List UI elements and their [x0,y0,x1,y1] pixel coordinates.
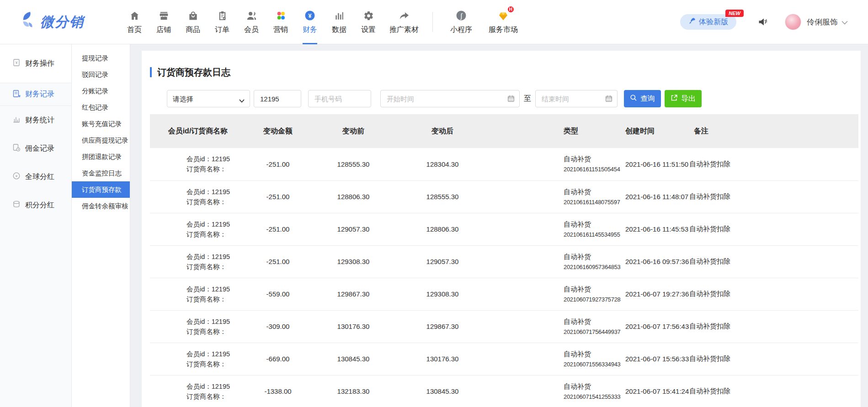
before-cell: 128806.30 [310,180,397,213]
after-cell: 128304.30 [397,148,488,180]
type-name: 自动补货 [564,186,616,197]
end-time-input[interactable] [535,90,618,107]
points-dividend-icon [12,200,25,210]
after-cell: 129057.30 [397,245,488,278]
account-menu[interactable]: 伶俐服饰 [785,14,848,30]
nav-item-data[interactable]: 数据 [325,0,354,44]
remark-cell: 自动补货扣除 [689,278,858,310]
submenu-item-fund-monitor-log[interactable]: 资金监控日志 [72,165,130,181]
type-name: 自动补货 [564,284,616,294]
sidebar-item-finance-record[interactable]: ¥ 财务记录 [0,83,71,106]
svg-text:¥: ¥ [18,94,21,98]
data-icon [334,10,345,22]
export-button[interactable]: 导出 [665,90,702,107]
submenu-item-commission-to-balance-audit[interactable]: 佣金转余额审核 [72,198,130,214]
nav-item-marketing[interactable]: 营销 [266,0,295,44]
sidebar-item-points-dividend[interactable]: 积分分红 [0,191,71,219]
after-cell: 129308.30 [397,278,488,310]
announcement-speaker-icon[interactable] [757,16,769,27]
type-name: 自动补货 [564,381,616,391]
brand-logo-icon [19,11,37,33]
created-cell: 2021-06-16 09:57:36 [616,245,689,278]
submenu-item-groupbuy-refund-record[interactable]: 拼团退款记录 [72,148,130,165]
member-id-input[interactable] [254,90,301,107]
nav-item-goods[interactable]: 商品 [178,0,208,44]
table-row: 会员id：12195 订货商名称： -251.00 128555.30 1283… [150,148,858,180]
type-select[interactable]: 请选择 [167,90,250,107]
member-id-label: 会员id： [186,221,212,228]
after-cell: 129867.30 [397,310,488,343]
start-time-input[interactable] [380,90,520,107]
type-number: 202106161151505454 [564,164,616,174]
service-market-badge: H [508,6,514,12]
topbar-right: 体验新版 NEW 伶俐服饰 [680,14,848,30]
table-row: 会员id：12195 订货商名称： -309.00 130176.30 1298… [150,310,858,343]
submenu-item-withdraw-record[interactable]: 提现记录 [72,50,130,66]
nav-item-service-market[interactable]: H 服务市场 [482,0,524,44]
submenu-item-split-record[interactable]: 分账记录 [72,83,130,99]
sidebar-item-finance-operation[interactable]: ¥ 财务操作 [0,44,71,83]
shop-icon [159,10,169,22]
after-cell: 130176.30 [397,343,488,375]
remark-cell: 自动补货扣除 [689,310,858,343]
service-market-icon: H [497,10,509,22]
submenu-item-supplier-prepaid[interactable]: 订货商预存款 [72,181,130,198]
nav-item-members[interactable]: 会员 [237,0,266,44]
phone-input[interactable] [308,90,371,107]
remark-cell: 自动补货扣除 [689,343,858,375]
supplier-name-label: 订货商名称： [186,263,226,270]
settings-icon [363,10,374,22]
to-label: 至 [524,94,531,104]
member-id-value: 12195 [212,188,230,196]
table-row: 会员id：12195 订货商名称： -251.00 128806.30 1285… [150,180,858,213]
submenu-item-supplier-withdraw-record[interactable]: 供应商提现记录 [72,132,130,148]
search-button[interactable]: 查询 [624,90,661,107]
before-cell: 128555.30 [310,148,397,180]
content-card: 订货商预存款日志 请选择 至 [142,51,861,407]
nav-item-miniprogram[interactable]: ∫ 小程序 [440,0,482,44]
svg-text:¥: ¥ [15,60,18,65]
member-id-label: 会员id： [186,253,212,260]
remark-cell: 自动补货扣除 [689,213,858,245]
col-amount: 变动金额 [246,114,310,148]
goods-icon [188,10,198,22]
members-icon [246,10,257,22]
global-dividend-icon: ¥ [12,172,25,182]
before-cell: 129057.30 [310,213,397,245]
after-cell: 128806.30 [397,213,488,245]
filter-bar: 请选择 至 查询 [167,90,858,107]
brand-name: 微分销 [40,13,84,32]
submenu-item-account-recharge-record[interactable]: 账号充值记录 [72,116,130,132]
type-number: 202106161148075597 [564,197,616,207]
member-id-label: 会员id： [186,350,212,358]
before-cell: 130176.30 [310,310,397,343]
topbar: 微分销 首页 店铺 商品 订单 会员 营销 ¥ 财务 [0,0,868,44]
nav-item-home[interactable]: 首页 [120,0,149,44]
svg-text:¥: ¥ [15,174,18,178]
sidebar-item-commission-record[interactable]: 佣金记录 [0,134,71,163]
before-cell: 132183.30 [310,375,397,407]
sidebar-item-finance-stats[interactable]: 财务统计 [0,106,71,134]
brand-logo[interactable]: 微分销 [19,11,106,33]
sidebar-item-global-dividend[interactable]: ¥ 全球分红 [0,163,71,191]
type-number: 202106071556334943 [564,359,616,370]
submenu-item-redpacket-record[interactable]: 红包记录 [72,99,130,116]
nav-item-shop[interactable]: 店铺 [149,0,178,44]
type-name: 自动补货 [564,349,616,359]
try-new-version-button[interactable]: 体验新版 NEW [680,14,736,30]
table-row: 会员id：12195 订货商名称： -1338.00 132183.30 130… [150,375,858,407]
created-cell: 2021-06-07 15:56:33 [616,343,689,375]
member-id-value: 12195 [212,383,230,390]
amount-cell: -251.00 [246,213,310,245]
nav-item-orders[interactable]: 订单 [208,0,237,44]
type-number: 202106071927375728 [564,294,616,305]
submenu-item-reject-record[interactable]: 驳回记录 [72,66,130,83]
finance-operation-icon: ¥ [12,58,25,69]
finance-stats-icon [12,115,25,125]
nav-item-promotion[interactable]: 推广素材 [383,0,425,44]
nav-item-finance[interactable]: ¥ 财务 [295,0,325,44]
nav-item-settings[interactable]: 设置 [354,0,383,44]
amount-cell: -251.00 [246,245,310,278]
member-id-label: 会员id： [186,318,212,325]
before-cell: 129308.30 [310,245,397,278]
